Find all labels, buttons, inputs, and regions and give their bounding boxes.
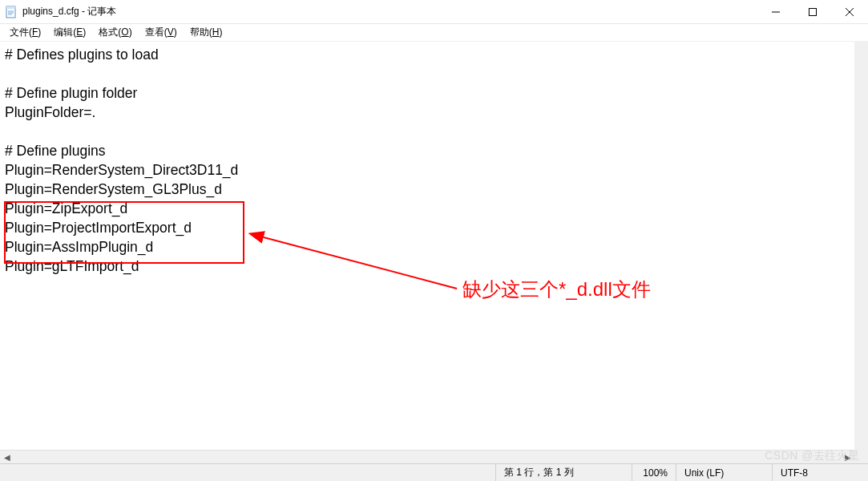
status-zoom: 100% (632, 464, 676, 481)
horizontal-scrollbar[interactable]: ◀ ▶ (0, 450, 854, 463)
status-encoding: UTF-8 (772, 464, 868, 481)
maximize-button[interactable] (794, 0, 831, 23)
menu-file[interactable]: 文件(F) (3, 24, 47, 41)
vertical-scrollbar[interactable] (854, 42, 868, 450)
text-content[interactable]: # Defines plugins to load # Define plugi… (0, 42, 868, 463)
status-lineending: Unix (LF) (676, 464, 772, 481)
menu-help[interactable]: 帮助(H) (184, 24, 229, 41)
scroll-right-icon[interactable]: ▶ (841, 451, 854, 464)
window-controls (757, 0, 868, 23)
scroll-left-icon[interactable]: ◀ (0, 451, 14, 464)
menu-format[interactable]: 格式(O) (92, 24, 138, 41)
svg-rect-1 (6, 6, 15, 9)
minimize-button[interactable] (757, 0, 794, 23)
close-button[interactable] (831, 0, 868, 23)
svg-rect-6 (809, 8, 817, 15)
menu-edit[interactable]: 编辑(E) (47, 24, 92, 41)
statusbar: 第 1 行，第 1 列 100% Unix (LF) UTF-8 (0, 463, 868, 481)
menubar: 文件(F) 编辑(E) 格式(O) 查看(V) 帮助(H) (0, 24, 868, 42)
titlebar: plugins_d.cfg - 记事本 (0, 0, 868, 24)
scroll-corner (854, 450, 868, 463)
notepad-icon (5, 6, 18, 18)
window-title: plugins_d.cfg - 记事本 (22, 5, 757, 18)
status-position: 第 1 行，第 1 列 (495, 464, 632, 481)
menu-view[interactable]: 查看(V) (139, 24, 184, 41)
editor-area[interactable]: # Defines plugins to load # Define plugi… (0, 42, 868, 463)
